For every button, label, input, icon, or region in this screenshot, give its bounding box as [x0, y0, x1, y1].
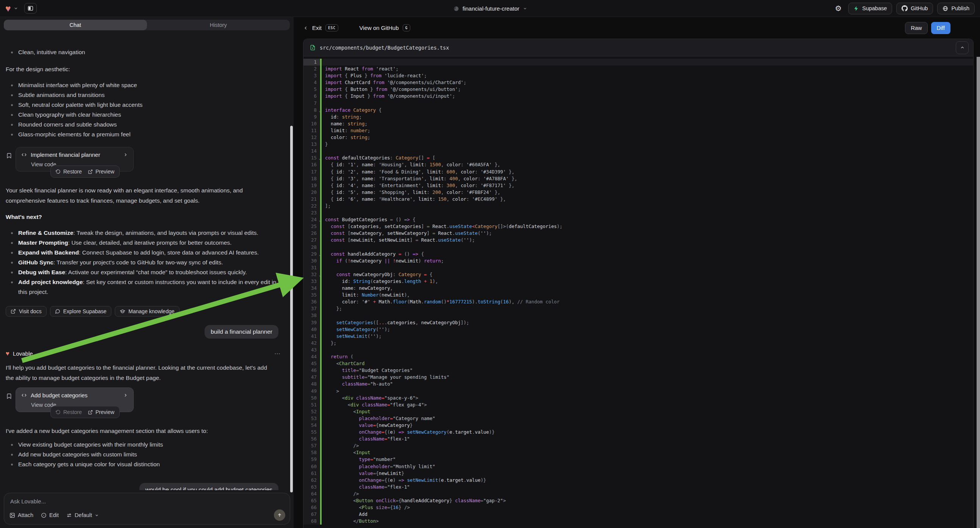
- assistant-paragraph: I'll help you add budget categories to t…: [6, 363, 275, 383]
- fold-chevron-icon[interactable]: ⌄: [319, 217, 321, 223]
- publish-button[interactable]: Publish: [937, 3, 975, 14]
- chip-explore-supabase[interactable]: Explore Supabase: [50, 306, 111, 316]
- fold-chevron-icon[interactable]: ⌄: [319, 272, 321, 278]
- fold-chevron-icon[interactable]: ⌄: [319, 251, 321, 258]
- code-line: 62 onChange={(e) => setNewLimit(e.target…: [304, 477, 973, 484]
- preview-button[interactable]: Preview: [88, 169, 115, 175]
- file-path-bar[interactable]: src/components/budget/BudgetCategories.t…: [304, 39, 973, 56]
- send-button[interactable]: [274, 509, 285, 521]
- view-on-github-button[interactable]: View on GitHub G: [360, 24, 410, 32]
- list-item: Debug with Ease: Activate our experiment…: [6, 267, 278, 277]
- restore-icon: [56, 410, 60, 415]
- supabase-button[interactable]: Supabase: [848, 3, 892, 14]
- code-line: 30 if (!newCategory || !newLimit) return…: [304, 258, 973, 264]
- project-switcher[interactable]: financial-future-creator: [453, 0, 527, 17]
- tab-history[interactable]: History: [147, 20, 290, 30]
- bullet-text: Each category gets a unique color for vi…: [18, 460, 160, 469]
- bullet-dot: [11, 94, 13, 96]
- chevron-up-icon: [960, 45, 965, 50]
- fold-chevron-icon[interactable]: ⌄: [319, 155, 321, 162]
- window-scrollbar-thumb[interactable]: [977, 57, 980, 528]
- restore-button[interactable]: Restore: [56, 169, 82, 175]
- attach-button[interactable]: Attach: [10, 512, 33, 518]
- bullet-text: Glass-morphic elements for a premium fee…: [18, 130, 130, 139]
- raw-button[interactable]: Raw: [905, 22, 928, 34]
- code-line: 35 limit: Number(newLimit),: [304, 292, 973, 299]
- chip-visit-docs[interactable]: Visit docs: [6, 306, 46, 316]
- sidebar-toggle-button[interactable]: [24, 3, 37, 14]
- external-link-icon: [11, 309, 16, 314]
- chevron-right-icon[interactable]: [123, 393, 128, 398]
- project-name: financial-future-creator: [463, 5, 519, 12]
- code-line: 44 return (: [304, 353, 973, 360]
- code-line: 4import ChartCard from '@/components/ui/…: [304, 79, 973, 86]
- github-button[interactable]: GitHub: [896, 3, 933, 14]
- bookmark-icon[interactable]: [6, 393, 12, 399]
- bookmark-icon[interactable]: [6, 152, 12, 159]
- code-line: 58 <Input: [304, 449, 973, 456]
- code-line: 38: [304, 312, 973, 319]
- code-line: 10 name: string;: [304, 121, 973, 127]
- bullet-text: Subtle animations and transitions: [18, 90, 105, 100]
- bullet-dot: [11, 454, 13, 456]
- bullet-dot: [11, 464, 13, 466]
- code-line: 37 };: [304, 305, 973, 312]
- chat-composer[interactable]: Ask Lovable... Attach Edit Default: [4, 493, 290, 525]
- list-item: Clean, intuitive navigation: [6, 47, 284, 57]
- message-options-ellipsis-icon[interactable]: ⋯: [274, 350, 281, 357]
- settings-gear-icon[interactable]: ⚙: [833, 4, 844, 13]
- publish-label: Publish: [951, 5, 969, 11]
- code-line: 28: [304, 244, 973, 251]
- chat-scroll-area[interactable]: Clean, intuitive navigation For the desi…: [0, 46, 294, 490]
- code-line: 27 const [newLimit, setNewLimit] = React…: [304, 237, 973, 243]
- chat-scrollbar-thumb[interactable]: [290, 126, 293, 492]
- bullet-dot: [11, 114, 13, 116]
- bullet-text: Soft, neutral color palette with light b…: [18, 100, 142, 110]
- code-line: 47 subtitle="Manage your spending limits…: [304, 374, 973, 381]
- composer-input[interactable]: Ask Lovable...: [10, 498, 285, 504]
- added-bullet-list: View existing budget categories with the…: [6, 440, 284, 469]
- restore-button[interactable]: Restore: [56, 409, 82, 415]
- code-line: 29⌄ const handleAddCategory = () => {: [304, 251, 973, 258]
- tab-chat[interactable]: Chat: [4, 20, 147, 30]
- code-line: 19 { id: '4', name: 'Entertainment', lim…: [304, 182, 973, 189]
- exit-button[interactable]: Exit ESC: [303, 24, 338, 32]
- code-line: 67 Add: [304, 511, 973, 518]
- chevron-down-icon: [95, 513, 99, 517]
- card-title: Add budget categories: [31, 392, 88, 398]
- collapse-file-button[interactable]: [956, 41, 969, 54]
- code-line: 60 placeholder="Monthly limit": [304, 463, 973, 470]
- code-line: 63 className="flex-1": [304, 484, 973, 490]
- github-mark-icon: [902, 5, 908, 11]
- code-editor[interactable]: 12import React from 'react';3import { Pl…: [304, 56, 973, 525]
- bullet-text: Clean, intuitive navigation: [18, 47, 85, 57]
- code-line: 11 limit: number;: [304, 127, 973, 134]
- code-line: 2import React from 'react';: [304, 65, 973, 72]
- code-line: 56 className="flex-1": [304, 436, 973, 442]
- grad-cap-icon: [120, 309, 126, 314]
- code-line: 21 { id: '6', name: 'Healthcare', limit:…: [304, 196, 973, 203]
- code-line: 39 setCategories([...categories, newCate…: [304, 319, 973, 326]
- code-line: 24⌄const BudgetCategories = () => {: [304, 216, 973, 223]
- whats-next-heading: What's next?: [6, 212, 271, 222]
- preview-button[interactable]: Preview: [88, 409, 115, 415]
- edit-mode-button[interactable]: Edit: [41, 512, 59, 518]
- lovable-logo-heart-icon[interactable]: ♥: [5, 4, 11, 13]
- code-line: 31: [304, 264, 973, 271]
- code-line: 16 { id: '1', name: 'Housing', limit: 15…: [304, 161, 973, 168]
- bullet-text: Add new budget categories with custom li…: [18, 450, 137, 460]
- model-selector[interactable]: Default: [66, 512, 99, 518]
- bullet-text: Add project knowledge: Set key context o…: [18, 277, 278, 297]
- chip-manage-knowledge[interactable]: Manage knowledge: [115, 306, 179, 316]
- whats-next-list: Refine & Customize: Tweak the design, an…: [6, 228, 278, 297]
- bullet-dot: [11, 252, 13, 254]
- code-line: 8⌄interface Category {: [304, 107, 973, 114]
- bullet-text: Expand with Backend: Connect Supabase to…: [18, 248, 259, 258]
- list-item: Minimalist interface with plenty of whit…: [6, 80, 284, 90]
- fold-chevron-icon[interactable]: ⌄: [319, 107, 321, 114]
- diff-button[interactable]: Diff: [931, 22, 951, 34]
- list-item: Rounded corners and subtle shadows: [6, 120, 284, 130]
- logo-chevron-down-icon[interactable]: [14, 6, 18, 11]
- chevron-right-icon[interactable]: [123, 152, 128, 157]
- code-line: 12 color: string;: [304, 134, 973, 141]
